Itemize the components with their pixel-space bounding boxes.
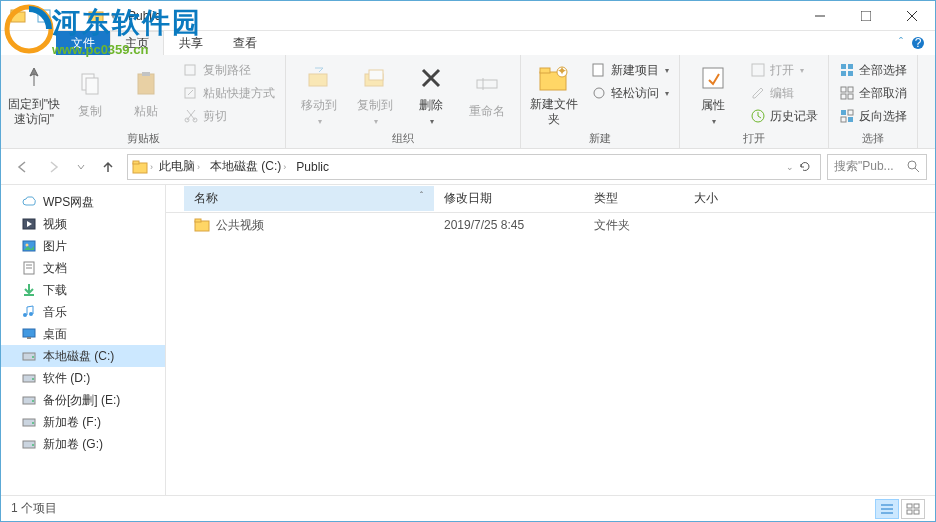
tab-view[interactable]: 查看: [218, 31, 272, 55]
music-icon: [21, 304, 37, 320]
svg-point-67: [32, 400, 34, 402]
group-open-label: 打开: [686, 129, 822, 146]
icons-view-button[interactable]: [901, 499, 925, 519]
selectnone-button[interactable]: 全部取消: [835, 82, 911, 104]
history-button[interactable]: 历史记录: [746, 105, 822, 127]
sidebar-item[interactable]: 新加卷 (G:): [1, 433, 165, 455]
up-button[interactable]: [95, 154, 121, 180]
drive-icon: [21, 436, 37, 452]
folder-icon: [7, 5, 29, 27]
sidebar-item[interactable]: 图片: [1, 235, 165, 257]
svg-rect-30: [593, 64, 603, 76]
svg-rect-60: [23, 329, 35, 337]
copypath-button[interactable]: 复制路径: [179, 59, 279, 81]
svg-rect-45: [841, 117, 846, 122]
drive-icon: [21, 348, 37, 364]
sidebar-item[interactable]: WPS网盘: [1, 191, 165, 213]
chevron-icon[interactable]: ›: [150, 162, 153, 172]
address-bar[interactable]: › 此电脑› 本地磁盘 (C:)› Public ⌄: [127, 154, 821, 180]
recent-button[interactable]: [73, 154, 89, 180]
copyto-button[interactable]: 复制到▾: [348, 59, 402, 129]
sidebar-item[interactable]: 备份[勿删] (E:): [1, 389, 165, 411]
drive-icon: [21, 414, 37, 430]
sidebar-item[interactable]: 视频: [1, 213, 165, 235]
svg-rect-44: [848, 110, 853, 115]
maximize-button[interactable]: [843, 1, 889, 31]
sidebar-item[interactable]: 文档: [1, 257, 165, 279]
close-button[interactable]: [889, 1, 935, 31]
sidebar-item[interactable]: 下载: [1, 279, 165, 301]
svg-point-58: [23, 313, 27, 317]
forward-button[interactable]: [41, 154, 67, 180]
svg-rect-42: [848, 94, 853, 99]
svg-rect-80: [914, 510, 919, 514]
tab-home[interactable]: 主页: [110, 31, 164, 55]
pin-quickaccess-button[interactable]: 固定到"快速访问": [7, 59, 61, 129]
rename-button[interactable]: 重命名: [460, 59, 514, 129]
invert-button[interactable]: 反向选择: [835, 105, 911, 127]
sidebar-item[interactable]: 本地磁盘 (C:): [1, 345, 165, 367]
svg-rect-46: [848, 117, 853, 122]
tab-file[interactable]: 文件: [56, 31, 110, 55]
svg-rect-33: [752, 64, 764, 76]
qat-divider: |: [59, 5, 81, 27]
qat-properties[interactable]: [33, 5, 55, 27]
sidebar-item[interactable]: 软件 (D:): [1, 367, 165, 389]
svg-rect-16: [142, 72, 150, 76]
svg-line-50: [915, 168, 919, 172]
paste-button[interactable]: 粘贴: [119, 59, 173, 129]
svg-point-71: [32, 444, 34, 446]
open-button[interactable]: 打开▾: [746, 59, 822, 81]
svg-text:?: ?: [915, 36, 922, 50]
folder-icon: [132, 159, 148, 175]
sidebar-item[interactable]: 桌面: [1, 323, 165, 345]
svg-rect-15: [138, 74, 154, 94]
edit-button[interactable]: 编辑: [746, 82, 822, 104]
properties-button[interactable]: 属性▾: [686, 59, 740, 129]
newitem-button[interactable]: 新建项目▾: [587, 59, 673, 81]
moveto-button[interactable]: 移动到▾: [292, 59, 346, 129]
search-icon: [907, 160, 920, 173]
col-name[interactable]: 名称ˆ: [184, 186, 434, 211]
drive-icon: [21, 392, 37, 408]
col-modified[interactable]: 修改日期: [434, 186, 584, 211]
breadcrumb-drive[interactable]: 本地磁盘 (C:)›: [206, 156, 290, 177]
sidebar-item[interactable]: 音乐: [1, 301, 165, 323]
sidebar-item[interactable]: 新加卷 (F:): [1, 411, 165, 433]
col-size[interactable]: 大小: [684, 186, 764, 211]
cut-button[interactable]: 剪切: [179, 105, 279, 127]
file-row[interactable]: 公共视频2019/7/25 8:45文件夹: [166, 213, 935, 237]
easyaccess-button[interactable]: 轻松访问▾: [587, 82, 673, 104]
ribbon-collapse-icon[interactable]: ˆ: [899, 36, 903, 50]
tab-share[interactable]: 共享: [164, 31, 218, 55]
download-icon: [21, 282, 37, 298]
desktop-icon: [21, 326, 37, 342]
svg-rect-41: [841, 94, 846, 99]
delete-button[interactable]: 删除▾: [404, 59, 458, 129]
svg-rect-79: [907, 510, 912, 514]
selectall-button[interactable]: 全部选择: [835, 59, 911, 81]
pasteshortcut-button[interactable]: 粘贴快捷方式: [179, 82, 279, 104]
help-icon[interactable]: ?: [911, 36, 925, 50]
col-type[interactable]: 类型: [584, 186, 684, 211]
svg-rect-6: [89, 12, 103, 22]
breadcrumb-pc[interactable]: 此电脑›: [155, 156, 204, 177]
svg-rect-23: [369, 70, 383, 80]
address-bar-area: › 此电脑› 本地磁盘 (C:)› Public ⌄ 搜索"Pub...: [1, 149, 935, 185]
copy-button[interactable]: 复制: [63, 59, 117, 129]
cloud-icon: [21, 194, 37, 210]
dropdown-icon[interactable]: ⌄: [786, 162, 794, 172]
qat-newfolder[interactable]: [85, 5, 107, 27]
refresh-icon[interactable]: [798, 160, 812, 174]
breadcrumb-folder[interactable]: Public: [292, 158, 333, 176]
minimize-button[interactable]: [797, 1, 843, 31]
svg-rect-48: [133, 161, 139, 164]
details-view-button[interactable]: [875, 499, 899, 519]
newfolder-button[interactable]: ✦新建文件夹: [527, 59, 581, 129]
back-button[interactable]: [9, 154, 35, 180]
column-headers: 名称ˆ 修改日期 类型 大小: [166, 185, 935, 213]
svg-rect-77: [907, 504, 912, 508]
search-input[interactable]: 搜索"Pub...: [827, 154, 927, 180]
svg-point-63: [32, 356, 34, 358]
svg-point-69: [32, 422, 34, 424]
